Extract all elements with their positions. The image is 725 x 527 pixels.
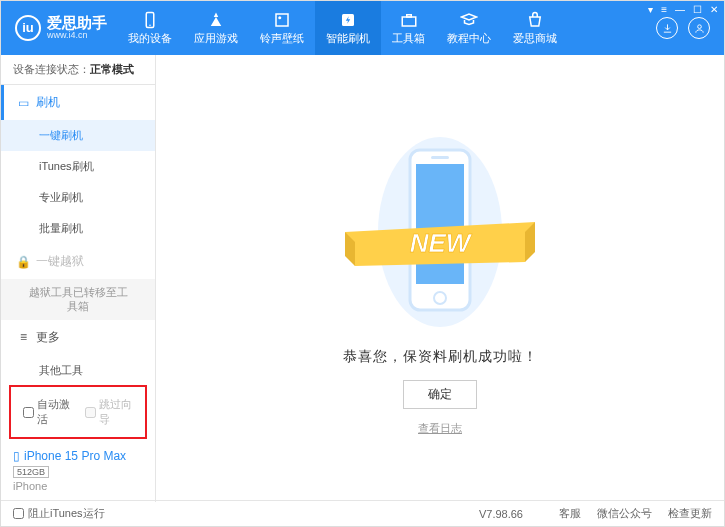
svg-rect-6 (406, 14, 411, 16)
apps-icon (207, 11, 225, 29)
sidebar-flash[interactable]: ▭ 刷机 (1, 85, 155, 120)
footer: 阻止iTunes运行 V7.98.66 客服 微信公众号 检查更新 (1, 500, 724, 526)
more-icon: ≡ (17, 331, 30, 344)
device-os: iPhone (13, 480, 143, 492)
top-nav: 我的设备 应用游戏 铃声壁纸 智能刷机 工具箱 教程中心 爱思商城 (117, 1, 568, 55)
minimize-icon[interactable]: — (675, 4, 685, 15)
sidebar-other[interactable]: 其他工具 (1, 355, 155, 381)
svg-point-7 (697, 24, 701, 28)
jailbreak-note: 越狱工具已转移至工具箱 (1, 279, 155, 320)
menu-icon[interactable]: ▾ (648, 4, 653, 15)
user-button[interactable] (688, 17, 710, 39)
device-info: ▯ iPhone 15 Pro Max 512GB iPhone (1, 443, 155, 502)
svg-rect-12 (431, 156, 449, 159)
svg-rect-2 (276, 14, 288, 26)
success-message: 恭喜您，保资料刷机成功啦！ (343, 348, 538, 366)
store-icon (526, 11, 544, 29)
device-name[interactable]: ▯ iPhone 15 Pro Max (13, 449, 143, 463)
auto-activate-checkbox[interactable]: 自动激活 (23, 397, 71, 427)
sidebar-jailbreak[interactable]: 🔒 一键越狱 (1, 244, 155, 279)
app-header: iu 爱思助手 www.i4.cn 我的设备 应用游戏 铃声壁纸 智能刷机 工具… (1, 1, 724, 55)
device-storage: 512GB (13, 466, 49, 478)
success-illustration: NEW (375, 132, 505, 332)
sidebar-itunes[interactable]: iTunes刷机 (1, 151, 155, 182)
tutorial-icon (460, 11, 478, 29)
close-icon[interactable]: ✕ (710, 4, 718, 15)
nav-my-device[interactable]: 我的设备 (117, 1, 183, 55)
nav-toolbox[interactable]: 工具箱 (381, 1, 436, 55)
svg-point-1 (149, 24, 151, 26)
nav-ringtone[interactable]: 铃声壁纸 (249, 1, 315, 55)
lock-icon: 🔒 (17, 255, 30, 268)
footer-wechat[interactable]: 微信公众号 (597, 506, 652, 521)
nav-apps[interactable]: 应用游戏 (183, 1, 249, 55)
wallpaper-icon (273, 11, 291, 29)
view-log-link[interactable]: 查看日志 (418, 421, 462, 436)
toolbox-icon (400, 11, 418, 29)
sidebar-pro[interactable]: 专业刷机 (1, 182, 155, 213)
svg-rect-5 (402, 17, 416, 26)
ok-button[interactable]: 确定 (403, 380, 477, 409)
activation-options: 自动激活 跳过向导 (9, 385, 147, 439)
nav-flash[interactable]: 智能刷机 (315, 1, 381, 55)
new-badge: NEW (345, 214, 535, 274)
brand-name: 爱思助手 (47, 15, 107, 32)
svg-text:NEW: NEW (410, 228, 473, 258)
nav-tutorial[interactable]: 教程中心 (436, 1, 502, 55)
main-panel: NEW 恭喜您，保资料刷机成功啦！ 确定 查看日志 (156, 55, 724, 502)
settings-icon[interactable]: ≡ (661, 4, 667, 15)
phone-small-icon: ▯ (13, 449, 20, 463)
nav-store[interactable]: 爱思商城 (502, 1, 568, 55)
block-itunes-checkbox[interactable]: 阻止iTunes运行 (13, 506, 105, 521)
maximize-icon[interactable]: ☐ (693, 4, 702, 15)
footer-service[interactable]: 客服 (559, 506, 581, 521)
logo: iu 爱思助手 www.i4.cn (1, 15, 117, 41)
sidebar-batch[interactable]: 批量刷机 (1, 213, 155, 244)
skip-guide-checkbox[interactable]: 跳过向导 (85, 397, 133, 427)
phone-icon: ▭ (17, 96, 30, 109)
device-status: 设备连接状态：正常模式 (1, 55, 155, 85)
logo-icon: iu (15, 15, 41, 41)
sidebar-onekey[interactable]: 一键刷机 (1, 120, 155, 151)
download-button[interactable] (656, 17, 678, 39)
brand-url: www.i4.cn (47, 31, 107, 41)
sidebar: 设备连接状态：正常模式 ▭ 刷机 一键刷机 iTunes刷机 专业刷机 批量刷机… (1, 55, 156, 502)
sidebar-more[interactable]: ≡ 更多 (1, 320, 155, 355)
window-controls: ▾ ≡ — ☐ ✕ (648, 4, 718, 15)
device-icon (141, 11, 159, 29)
svg-point-3 (278, 16, 281, 19)
version-label: V7.98.66 (479, 508, 523, 520)
flash-icon (339, 11, 357, 29)
footer-update[interactable]: 检查更新 (668, 506, 712, 521)
